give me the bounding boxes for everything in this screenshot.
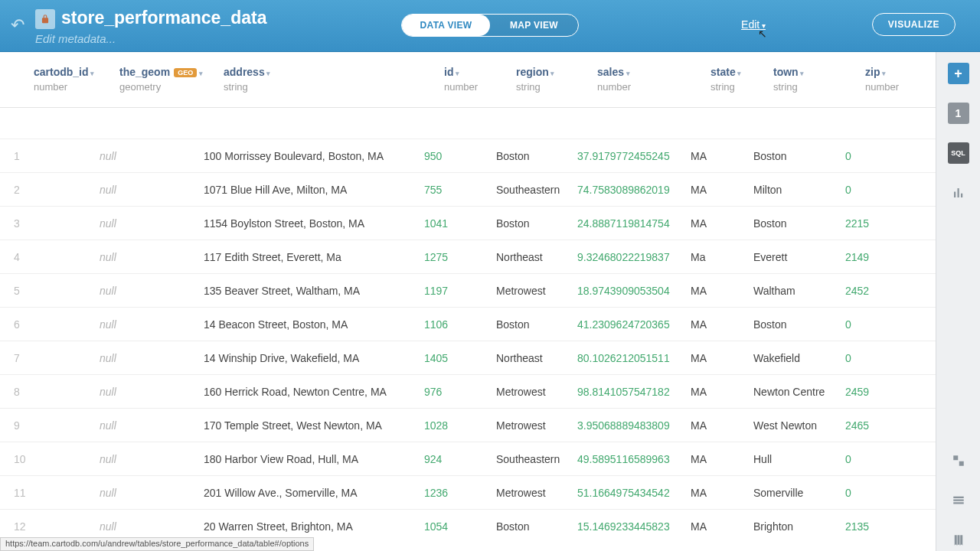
- table-row[interactable]: 9null170 Temple Street, West Newton, MA1…: [0, 408, 936, 442]
- cell[interactable]: 74.7583089862019: [577, 184, 691, 196]
- cell[interactable]: Wakefield: [753, 352, 845, 364]
- cell[interactable]: MA: [691, 520, 753, 533]
- cell[interactable]: 201 Willow Ave., Somerville, MA: [204, 487, 424, 499]
- cell[interactable]: Boston: [496, 520, 577, 533]
- cell[interactable]: 1071 Blue Hill Ave, Milton, MA: [204, 184, 424, 196]
- cell[interactable]: 51.1664975434542: [577, 487, 691, 499]
- cell[interactable]: 24.8887119814754: [577, 217, 691, 230]
- table-row[interactable]: 5null135 Beaver Street, Waltham, MA1197M…: [0, 273, 936, 307]
- column-header-state[interactable]: statestring: [710, 52, 773, 107]
- cell[interactable]: 1275: [424, 251, 496, 263]
- cell[interactable]: null: [100, 453, 204, 465]
- table-row[interactable]: 10null180 Harbor View Road, Hull, MA924S…: [0, 442, 936, 475]
- table-row[interactable]: 2null1071 Blue Hill Ave, Milton, MA755So…: [0, 172, 936, 206]
- cell[interactable]: 0: [845, 352, 914, 364]
- edit-menu[interactable]: Edit: [741, 18, 766, 31]
- cell[interactable]: MA: [691, 419, 753, 432]
- cell[interactable]: West Newton: [753, 419, 845, 432]
- cell[interactable]: 755: [424, 184, 496, 196]
- cell[interactable]: 1236: [424, 487, 496, 499]
- table-row[interactable]: 1null100 Morrissey Boulevard, Boston, MA…: [0, 139, 936, 172]
- map-view-tab[interactable]: MAP VIEW: [490, 15, 578, 36]
- cell[interactable]: 2149: [845, 251, 914, 263]
- column-header-id[interactable]: idnumber: [444, 52, 516, 107]
- cell[interactable]: 9.32468022219837: [577, 251, 691, 263]
- cell[interactable]: Hull: [753, 453, 845, 465]
- table-row[interactable]: 8null160 Herrick Road, Newton Centre, MA…: [0, 374, 936, 408]
- cell[interactable]: 180 Harbor View Road, Hull, MA: [204, 453, 424, 465]
- cell[interactable]: MA: [691, 150, 753, 162]
- cell[interactable]: MA: [691, 386, 753, 398]
- cell[interactable]: 100 Morrissey Boulevard, Boston, MA: [204, 150, 424, 162]
- column-header-town[interactable]: townstring: [773, 52, 865, 107]
- cell[interactable]: 1041: [424, 217, 496, 230]
- cell[interactable]: 3.95068889483809: [577, 419, 691, 432]
- back-icon[interactable]: ↶: [11, 15, 24, 35]
- cell[interactable]: Metrowest: [496, 419, 577, 432]
- cell[interactable]: Brighton: [753, 520, 845, 533]
- cell[interactable]: 976: [424, 386, 496, 398]
- cell[interactable]: 49.5895116589963: [577, 453, 691, 465]
- cell[interactable]: Metrowest: [496, 285, 577, 297]
- cell[interactable]: null: [100, 487, 204, 499]
- cell[interactable]: Waltham: [753, 285, 845, 297]
- cell[interactable]: Southeastern: [496, 184, 577, 196]
- cell[interactable]: Boston: [496, 150, 577, 162]
- table-row[interactable]: 11null201 Willow Ave., Somerville, MA123…: [0, 475, 936, 509]
- cell[interactable]: null: [100, 419, 204, 432]
- cell[interactable]: 117 Edith Street, Everett, Ma: [204, 251, 424, 263]
- bookmark-icon[interactable]: [948, 530, 969, 551]
- cell[interactable]: Boston: [496, 217, 577, 230]
- cell[interactable]: Northeast: [496, 251, 577, 263]
- cell[interactable]: 14 Beacon Street, Boston, MA: [204, 318, 424, 331]
- cell[interactable]: 15.1469233445823: [577, 520, 691, 533]
- edit-metadata-link[interactable]: Edit metadata...: [35, 32, 116, 45]
- cell[interactable]: 41.2309624720365: [577, 318, 691, 331]
- cell[interactable]: 1106: [424, 318, 496, 331]
- cell[interactable]: Ma: [691, 251, 753, 263]
- cell[interactable]: null: [100, 386, 204, 398]
- cell[interactable]: null: [100, 251, 204, 263]
- cell[interactable]: Newton Centre: [753, 386, 845, 398]
- cell[interactable]: 950: [424, 150, 496, 162]
- merge-icon[interactable]: [948, 450, 969, 471]
- cell[interactable]: 98.8141057547182: [577, 386, 691, 398]
- cell[interactable]: MA: [691, 487, 753, 499]
- cell[interactable]: 37.9179772455245: [577, 150, 691, 162]
- cell[interactable]: 0: [845, 184, 914, 196]
- table-row[interactable]: 3null1154 Boylston Street, Boston, MA104…: [0, 206, 936, 240]
- table-row[interactable]: 7null14 Winship Drive, Wakefield, MA1405…: [0, 341, 936, 374]
- cell[interactable]: Boston: [496, 318, 577, 331]
- cell[interactable]: null: [100, 520, 204, 533]
- cell[interactable]: MA: [691, 217, 753, 230]
- cell[interactable]: 2135: [845, 520, 914, 533]
- column-header-cartodb_id[interactable]: cartodb_idnumber: [34, 52, 119, 107]
- cell[interactable]: null: [100, 184, 204, 196]
- cell[interactable]: null: [100, 352, 204, 364]
- cell[interactable]: 135 Beaver Street, Waltham, MA: [204, 285, 424, 297]
- cell[interactable]: 18.9743909053504: [577, 285, 691, 297]
- column-header-zip[interactable]: zipnumber: [865, 52, 934, 107]
- cell[interactable]: Northeast: [496, 352, 577, 364]
- cell[interactable]: 1054: [424, 520, 496, 533]
- cell[interactable]: 0: [845, 453, 914, 465]
- cell[interactable]: 1197: [424, 285, 496, 297]
- cell[interactable]: 2215: [845, 217, 914, 230]
- cell[interactable]: 20 Warren Street, Brighton, MA: [204, 520, 424, 533]
- cell[interactable]: 160 Herrick Road, Newton Centre, MA: [204, 386, 424, 398]
- cell[interactable]: 1405: [424, 352, 496, 364]
- layer-1-button[interactable]: 1: [948, 103, 969, 124]
- cell[interactable]: 0: [845, 487, 914, 499]
- cell[interactable]: MA: [691, 285, 753, 297]
- cell[interactable]: 0: [845, 318, 914, 331]
- cell[interactable]: null: [100, 318, 204, 331]
- column-header-region[interactable]: regionstring: [516, 52, 597, 107]
- column-header-sales[interactable]: salesnumber: [597, 52, 710, 107]
- cell[interactable]: 924: [424, 453, 496, 465]
- cell[interactable]: 14 Winship Drive, Wakefield, MA: [204, 352, 424, 364]
- data-view-tab[interactable]: DATA VIEW: [402, 15, 490, 36]
- cell[interactable]: Boston: [753, 217, 845, 230]
- cell[interactable]: Boston: [753, 150, 845, 162]
- cell[interactable]: 1154 Boylston Street, Boston, MA: [204, 217, 424, 230]
- column-header-address[interactable]: addressstring: [224, 52, 444, 107]
